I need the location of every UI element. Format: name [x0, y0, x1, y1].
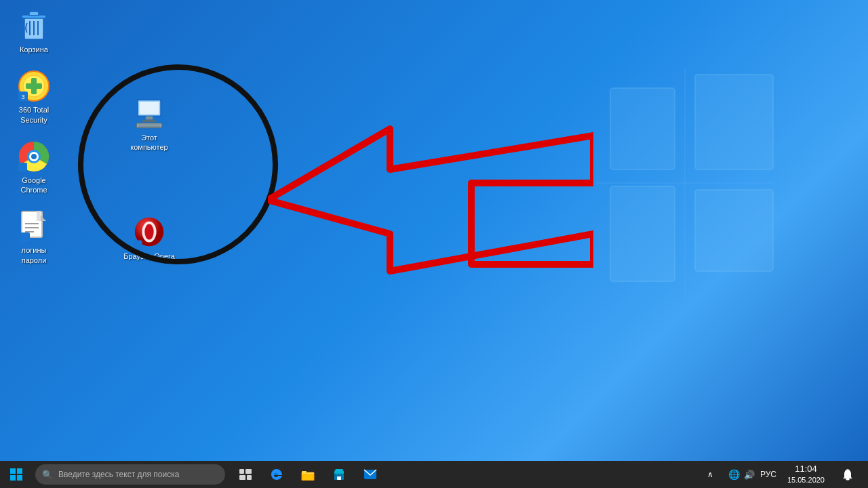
svg-rect-35	[138, 126, 161, 127]
desktop-icons-left: Корзина 3 360 Total Security	[7, 7, 61, 268]
logins-file-label: логины пароли	[9, 245, 58, 265]
svg-rect-24	[37, 211, 41, 221]
network-icon[interactable]: 🌐	[728, 469, 740, 480]
opera-image	[133, 216, 165, 249]
svg-rect-49	[247, 475, 252, 480]
clock[interactable]: 11:04 15.05.2020	[782, 463, 830, 486]
svg-rect-40	[133, 241, 142, 249]
explorer-button[interactable]	[293, 461, 323, 488]
svg-rect-55	[846, 479, 850, 481]
svg-rect-32	[142, 120, 157, 122]
search-placeholder: Введите здесь текст для поиска	[58, 470, 179, 479]
svg-rect-28	[20, 232, 30, 242]
logins-file-image	[18, 210, 50, 243]
mail-button[interactable]	[355, 461, 385, 488]
svg-rect-8	[29, 12, 39, 16]
svg-rect-5	[695, 190, 773, 271]
taskbar-search[interactable]: 🔍 Введите здесь текст для поиска	[35, 464, 225, 485]
taskbar: 🔍 Введите здесь текст для поиска	[0, 461, 868, 488]
svg-marker-41	[268, 129, 593, 271]
red-arrow	[268, 115, 593, 287]
svg-rect-31	[146, 116, 153, 119]
chrome-image	[18, 140, 50, 173]
recycle-bin-icon[interactable]: Корзина	[7, 7, 61, 57]
svg-rect-30	[139, 102, 159, 115]
volume-icon[interactable]: 🔊	[744, 470, 755, 480]
task-view-button[interactable]	[231, 461, 260, 488]
svg-text:3: 3	[21, 94, 24, 100]
this-pc-image	[133, 98, 165, 130]
svg-rect-51	[302, 471, 307, 474]
security-icon[interactable]: 3 360 Total Security	[7, 67, 61, 127]
chrome-label: Google Chrome	[9, 176, 58, 195]
svg-rect-43	[17, 468, 22, 474]
start-button[interactable]	[0, 461, 33, 488]
security-image: 3	[18, 70, 50, 102]
search-icon: 🔍	[42, 470, 53, 480]
language-button[interactable]: РУС	[757, 470, 779, 479]
desktop: Корзина 3 360 Total Security	[0, 0, 868, 461]
clock-date: 15.05.2020	[787, 475, 825, 485]
logins-file-icon[interactable]: логины пароли	[7, 207, 61, 268]
middle-desktop-icons: Этот компьютер	[119, 95, 180, 155]
notification-button[interactable]	[833, 461, 863, 488]
this-pc-label: Этот компьютер	[121, 133, 177, 152]
taskbar-right: ∧ 🌐 🔊 РУС 11:04 15.05.2020	[696, 461, 868, 488]
svg-rect-15	[26, 83, 42, 89]
system-tray: 🌐 🔊	[728, 469, 755, 480]
this-pc-icon[interactable]: Этот компьютер	[119, 95, 180, 155]
store-button[interactable]	[324, 461, 354, 488]
windows-logo-watermark	[583, 54, 787, 312]
chrome-icon[interactable]: Google Chrome	[7, 138, 61, 198]
svg-rect-53	[337, 476, 341, 480]
opera-icon[interactable]: Браузер Opera	[119, 214, 180, 264]
svg-rect-48	[239, 475, 245, 480]
svg-rect-46	[239, 469, 244, 474]
svg-rect-22	[18, 163, 27, 171]
taskbar-middle	[231, 461, 385, 488]
svg-rect-2	[610, 88, 675, 169]
svg-rect-3	[695, 75, 773, 169]
svg-rect-34	[138, 124, 161, 125]
recycle-bin-label: Корзина	[20, 45, 48, 54]
svg-rect-4	[610, 186, 675, 281]
svg-point-39	[144, 224, 153, 240]
show-hidden-icons-button[interactable]: ∧	[696, 461, 726, 488]
edge-button[interactable]	[262, 461, 292, 488]
clock-time: 11:04	[795, 463, 817, 475]
svg-point-21	[31, 154, 37, 159]
svg-rect-42	[10, 468, 16, 474]
opera-label: Браузер Opera	[123, 251, 175, 261]
svg-rect-45	[17, 475, 22, 481]
recycle-bin-image	[18, 9, 50, 42]
security-label: 360 Total Security	[9, 105, 58, 125]
svg-rect-44	[10, 475, 16, 481]
svg-rect-47	[245, 469, 252, 474]
